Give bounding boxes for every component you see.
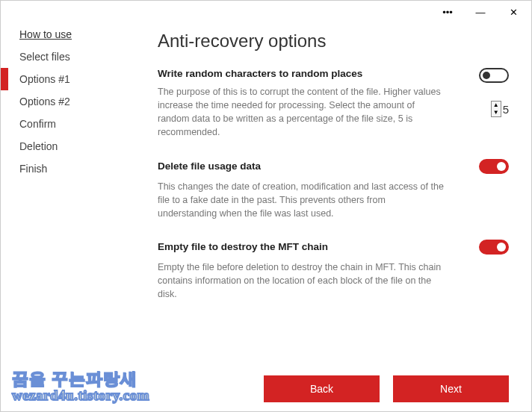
toggle-empty-mft[interactable] xyxy=(479,240,509,255)
back-button[interactable]: Back xyxy=(264,375,380,402)
sidebar-item-label: How to use xyxy=(19,28,72,40)
spinner-arrows: ▲ ▼ xyxy=(491,101,501,117)
minimize-button[interactable]: — xyxy=(468,1,492,22)
close-button[interactable]: ✕ xyxy=(501,1,525,22)
main-content: Anti-recovery options Write random chara… xyxy=(124,23,531,411)
option-delete-usage: Delete file usage data This changes the … xyxy=(158,159,509,220)
toggle-write-random[interactable] xyxy=(479,68,509,83)
sidebar-item-label: Confirm xyxy=(19,118,56,130)
titlebar: ••• — ✕ xyxy=(1,1,531,23)
sidebar-item-label: Options #2 xyxy=(19,96,70,107)
sidebar: How to use Select files Options #1 Optio… xyxy=(1,23,124,411)
sidebar-item-deletion[interactable]: Deletion xyxy=(1,135,124,157)
sidebar-item-label: Options #1 xyxy=(19,73,70,85)
sidebar-item-finish[interactable]: Finish xyxy=(1,157,124,180)
sidebar-item-label: Select files xyxy=(19,51,70,63)
sidebar-item-options-1[interactable]: Options #1 xyxy=(1,68,124,90)
option-title: Delete file usage data xyxy=(158,160,261,172)
option-title: Empty file to destroy the MFT chain xyxy=(158,241,328,252)
toggle-delete-usage[interactable] xyxy=(479,159,509,174)
spinner-up[interactable]: ▲ xyxy=(492,102,501,109)
option-desc: The purpose of this is to corrupt the co… xyxy=(158,85,509,140)
option-write-random: Write random characters to random places… xyxy=(158,68,509,140)
option-desc: Empty the file before deletion to destro… xyxy=(158,260,509,301)
spinner-value: 5 xyxy=(503,103,509,116)
option-desc: This changes the date of creation, modif… xyxy=(158,180,509,220)
button-row: Back Next xyxy=(264,375,509,402)
sidebar-item-label: Deletion xyxy=(19,140,58,152)
sidebar-item-confirm[interactable]: Confirm xyxy=(1,113,124,135)
next-button[interactable]: Next xyxy=(393,375,509,402)
more-button[interactable]: ••• xyxy=(436,1,460,22)
sidebar-item-how-to-use[interactable]: How to use xyxy=(1,23,124,46)
spinner-percent: ▲ ▼ 5 xyxy=(491,101,509,117)
sidebar-item-options-2[interactable]: Options #2 xyxy=(1,90,124,113)
spinner-down[interactable]: ▼ xyxy=(492,109,501,116)
page-title: Anti-recovery options xyxy=(158,31,509,52)
sidebar-item-label: Finish xyxy=(19,163,47,175)
sidebar-item-select-files[interactable]: Select files xyxy=(1,46,124,68)
option-empty-mft: Empty file to destroy the MFT chain Empt… xyxy=(158,240,509,301)
option-title: Write random characters to random places xyxy=(158,68,362,79)
